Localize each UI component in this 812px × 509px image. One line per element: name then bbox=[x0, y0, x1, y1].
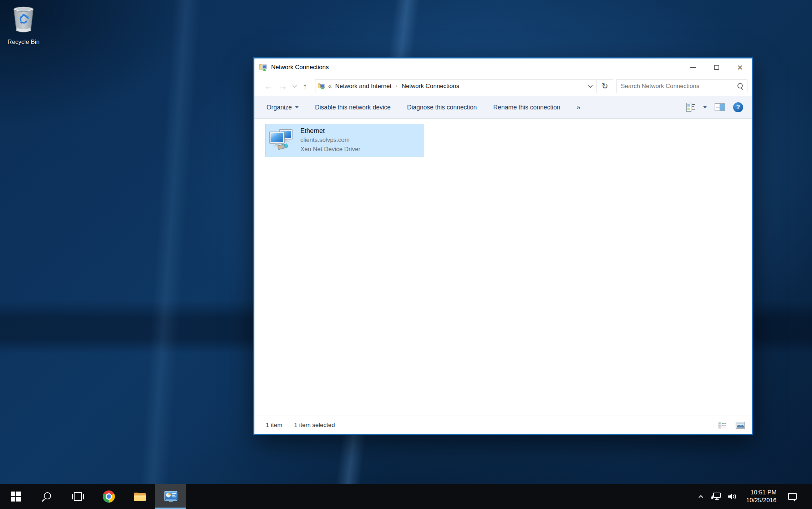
recent-locations-chevron-icon[interactable] bbox=[290, 84, 298, 88]
breadcrumb-network-and-internet[interactable]: Network and Internet bbox=[334, 83, 393, 90]
desktop: Recycle Bin Network Connections × ← → bbox=[0, 0, 812, 509]
connection-text: Ethernet clients.solvps.com Xen Net Devi… bbox=[300, 126, 360, 154]
network-folder-icon bbox=[259, 63, 268, 71]
refresh-icon: ↻ bbox=[602, 82, 608, 91]
search-box bbox=[616, 79, 747, 93]
status-divider-2 bbox=[341, 421, 341, 429]
disable-device-button[interactable]: Disable this network device bbox=[315, 104, 391, 111]
recycle-bin-icon bbox=[10, 4, 37, 35]
taskbar-search-icon bbox=[41, 491, 52, 502]
chrome-taskbar-button[interactable] bbox=[93, 484, 124, 509]
view-dropdown-icon[interactable] bbox=[703, 106, 707, 108]
connection-status: clients.solvps.com bbox=[300, 135, 360, 145]
window-controls: × bbox=[681, 58, 752, 76]
change-view-icon[interactable] bbox=[686, 103, 695, 112]
file-explorer-icon bbox=[133, 492, 146, 502]
maximize-icon bbox=[714, 65, 719, 70]
details-view-icon bbox=[719, 422, 726, 428]
breadcrumb-truncation[interactable]: « bbox=[328, 83, 331, 90]
forward-button[interactable]: → bbox=[276, 82, 290, 91]
recycle-bin-label: Recycle Bin bbox=[5, 38, 42, 46]
breadcrumb-network-connections[interactable]: Network Connections bbox=[400, 83, 461, 90]
status-view-toggles bbox=[717, 420, 747, 430]
disable-device-label: Disable this network device bbox=[315, 104, 391, 111]
start-button[interactable] bbox=[0, 484, 31, 509]
preview-pane-right bbox=[720, 104, 725, 110]
navigation-bar: ← → ↑ « Network and Internet › Network C… bbox=[254, 76, 752, 96]
item-count: 1 item bbox=[266, 422, 282, 429]
address-dropdown-icon[interactable] bbox=[584, 84, 595, 88]
organize-label: Organize bbox=[267, 104, 292, 111]
window-title: Network Connections bbox=[271, 64, 329, 71]
details-view-button[interactable] bbox=[717, 421, 728, 430]
chrome-icon bbox=[103, 490, 115, 503]
refresh-button[interactable]: ↻ bbox=[597, 79, 613, 93]
chevron-up-icon bbox=[699, 495, 703, 500]
help-icon: ? bbox=[736, 104, 740, 111]
breadcrumb-separator-icon[interactable]: › bbox=[393, 83, 400, 89]
connection-device: Xen Net Device Driver bbox=[300, 145, 360, 154]
back-button[interactable]: ← bbox=[262, 82, 276, 91]
action-center-button[interactable] bbox=[782, 484, 803, 509]
status-divider bbox=[288, 421, 288, 429]
status-bar: 1 item 1 item selected bbox=[254, 416, 752, 434]
network-connections-window: Network Connections × ← → ↑ bbox=[253, 57, 753, 435]
taskbar: 10:51 PM 10/25/2016 bbox=[0, 484, 812, 509]
task-view-icon bbox=[72, 492, 84, 501]
ethernet-connection-item[interactable]: Ethernet clients.solvps.com Xen Net Devi… bbox=[265, 124, 424, 156]
title-bar[interactable]: Network Connections × bbox=[254, 58, 752, 76]
large-icons-view-icon bbox=[736, 422, 745, 429]
network-tray-button[interactable] bbox=[708, 484, 724, 509]
search-icon[interactable] bbox=[735, 79, 747, 93]
connections-list: Ethernet clients.solvps.com Xen Net Devi… bbox=[254, 119, 752, 416]
connection-name: Ethernet bbox=[300, 126, 360, 135]
file-explorer-taskbar-button[interactable] bbox=[124, 484, 155, 509]
address-bar[interactable]: « Network and Internet › Network Connect… bbox=[315, 79, 597, 93]
selection-count: 1 item selected bbox=[294, 422, 335, 429]
command-bar: Organize Disable this network device Dia… bbox=[254, 96, 752, 119]
volume-icon bbox=[728, 493, 737, 500]
address-location-icon bbox=[318, 83, 325, 90]
preview-pane-left bbox=[716, 105, 720, 110]
clock[interactable]: 10:51 PM 10/25/2016 bbox=[741, 484, 782, 509]
maximize-button[interactable] bbox=[705, 58, 728, 76]
recycle-bin[interactable]: Recycle Bin bbox=[5, 4, 42, 46]
toolbar-view-controls: ? bbox=[686, 102, 743, 112]
task-view-button[interactable] bbox=[62, 484, 93, 509]
ethernet-adapter-icon bbox=[268, 129, 294, 151]
tray-overflow-button[interactable] bbox=[694, 484, 708, 509]
close-icon: × bbox=[737, 63, 742, 72]
diagnose-connection-label: Diagnose this connection bbox=[407, 104, 477, 111]
rename-connection-button[interactable]: Rename this connection bbox=[493, 104, 560, 111]
large-icons-view-button[interactable] bbox=[734, 420, 747, 430]
minimize-button[interactable] bbox=[681, 58, 705, 76]
organize-button[interactable]: Organize bbox=[267, 104, 299, 111]
system-tray: 10:51 PM 10/25/2016 bbox=[694, 484, 812, 509]
clock-time: 10:51 PM bbox=[746, 489, 776, 497]
volume-tray-button[interactable] bbox=[724, 484, 741, 509]
diagnose-connection-button[interactable]: Diagnose this connection bbox=[407, 104, 477, 111]
search-input[interactable] bbox=[616, 83, 735, 90]
clock-date: 10/25/2016 bbox=[746, 497, 776, 504]
windows-logo-icon bbox=[11, 492, 21, 502]
action-center-icon bbox=[788, 493, 797, 500]
network-connections-app-icon bbox=[164, 491, 178, 502]
organize-dropdown-icon bbox=[295, 106, 299, 108]
close-button[interactable]: × bbox=[728, 58, 752, 76]
rename-connection-label: Rename this connection bbox=[493, 104, 560, 111]
help-button[interactable]: ? bbox=[733, 102, 743, 112]
toolbar-overflow-button[interactable]: » bbox=[577, 103, 580, 111]
up-button[interactable]: ↑ bbox=[298, 82, 312, 91]
network-tray-icon bbox=[711, 492, 721, 501]
taskbar-search-button[interactable] bbox=[31, 484, 62, 509]
preview-pane-icon[interactable] bbox=[715, 103, 725, 111]
minimize-icon bbox=[690, 67, 696, 68]
network-connections-taskbar-button[interactable] bbox=[155, 484, 186, 509]
